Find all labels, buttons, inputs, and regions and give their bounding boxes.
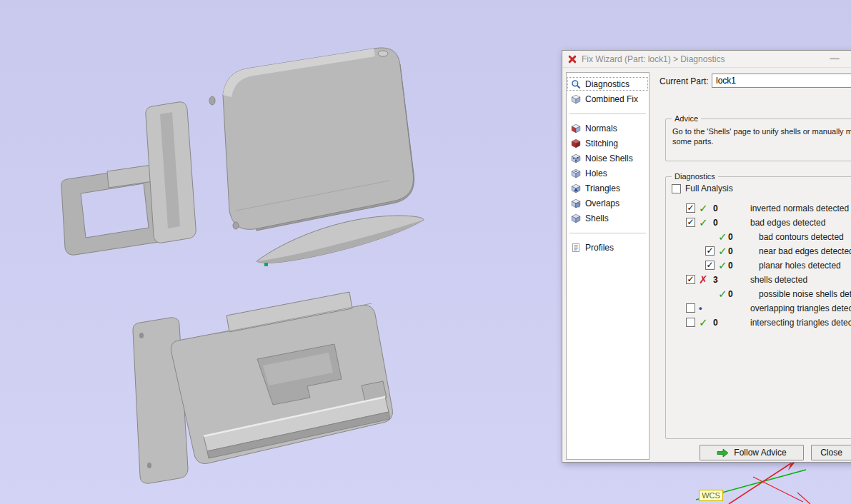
full-analysis-label: Full Analysis xyxy=(685,183,733,193)
diag-count: 3 xyxy=(713,273,718,287)
sidebar-item-label: Overlaps xyxy=(585,198,619,208)
diag-label: bad contours detected xyxy=(759,230,844,244)
status-cross-icon: ✗ xyxy=(699,273,708,287)
sidebar-separator xyxy=(569,233,646,233)
sidebar-item-label: Diagnostics xyxy=(585,79,629,89)
magnifier-icon xyxy=(571,79,582,89)
close-button[interactable]: Close xyxy=(811,445,851,460)
checkbox-planar-holes[interactable]: ✓ xyxy=(705,261,715,270)
diag-count: 0 xyxy=(728,230,733,244)
sidebar-item-label: Triangles xyxy=(585,183,620,193)
sidebar-item-normals[interactable]: Normals xyxy=(567,121,649,136)
follow-advice-label: Follow Advice xyxy=(734,448,786,458)
diag-row-near-bad-edges: ✓✓0near bad edges detected xyxy=(666,244,851,258)
sidebar-item-overlaps[interactable]: Overlaps xyxy=(567,196,649,211)
diag-count: 0 xyxy=(728,244,733,258)
sidebar-item-triangles[interactable]: Triangles xyxy=(567,181,649,196)
checkbox-full-analysis[interactable] xyxy=(672,184,681,193)
diag-label: inverted normals detected xyxy=(750,201,849,216)
diag-row-bad-edges: ✓✓0bad edges detected xyxy=(666,216,851,230)
model-part-top[interactable] xyxy=(61,48,424,263)
shells-icon xyxy=(571,213,582,223)
sidebar-item-label: Holes xyxy=(585,168,607,178)
diag-label: intersecting triangles detected xyxy=(750,316,851,330)
wcs-label: WCS xyxy=(699,490,723,501)
diag-row-shells: ✓✗3shells detected xyxy=(666,273,851,287)
fix-wizard-sidebar: DiagnosticsCombined FixNormalsStitchingN… xyxy=(566,72,650,460)
app-cross-icon xyxy=(568,55,577,64)
sidebar-item-label: Combined Fix xyxy=(585,94,638,104)
profiles-icon xyxy=(571,243,582,253)
fix-wizard-dialog: Fix Wizard (Part: lock1) > Diagnostics —… xyxy=(562,50,851,463)
sidebar-item-stitching[interactable]: Stitching xyxy=(567,136,649,151)
sidebar-item-profiles[interactable]: Profiles xyxy=(567,240,649,255)
checkbox-shells[interactable]: ✓ xyxy=(686,275,695,284)
green-arrow-icon xyxy=(717,448,729,458)
dialog-titlebar[interactable]: Fix Wizard (Part: lock1) > Diagnostics — xyxy=(562,51,851,68)
status-check-icon: ✓ xyxy=(699,201,708,216)
checkbox-bad-edges[interactable]: ✓ xyxy=(686,218,695,227)
overlaps-icon xyxy=(571,198,582,208)
sidebar-item-label: Profiles xyxy=(585,243,614,253)
sidebar-item-shells[interactable]: Shells xyxy=(567,211,649,226)
stitching-icon xyxy=(571,138,582,148)
status-check-icon: ✓ xyxy=(699,316,708,330)
advice-text-line2: some parts. xyxy=(672,137,713,146)
sidebar-item-label: Noise Shells xyxy=(585,153,633,163)
diagnostics-group-label: Diagnostics xyxy=(672,172,718,181)
diag-label: shells detected xyxy=(750,273,807,287)
advice-group: Advice Go to the 'Shells' page to unify … xyxy=(665,119,851,161)
diag-count: 0 xyxy=(713,316,718,330)
diag-label: overlapping triangles detected xyxy=(750,301,851,316)
diag-count: 0 xyxy=(713,201,718,216)
checkbox-overlapping-triangles[interactable] xyxy=(686,303,695,313)
status-check-icon: ✓ xyxy=(718,258,727,273)
triangles-icon xyxy=(571,183,582,193)
status-check-icon: ✓ xyxy=(718,287,727,301)
diag-label: possible noise shells detected xyxy=(759,287,851,301)
diag-row-planar-holes: ✓✓0planar holes detected xyxy=(666,258,851,273)
sidebar-item-combined-fix[interactable]: Combined Fix xyxy=(567,91,649,106)
checkbox-inverted-normals[interactable]: ✓ xyxy=(686,203,695,213)
current-part-label: Current Part: xyxy=(660,76,709,86)
sidebar-item-noise-shells[interactable]: Noise Shells xyxy=(567,151,649,166)
model-part-bottom[interactable] xyxy=(133,292,392,483)
close-label: Close xyxy=(820,448,842,458)
diag-label: near bad edges detected xyxy=(759,244,851,258)
status-check-icon: ✓ xyxy=(699,216,708,230)
diag-count: 0 xyxy=(728,258,733,273)
diagnostic-rows: ✓✓0inverted normals detected✓✓0bad edges… xyxy=(666,201,851,330)
sidebar-item-diagnostics[interactable]: Diagnostics xyxy=(567,76,649,91)
sidebar-separator xyxy=(569,114,646,114)
follow-advice-button[interactable]: Follow Advice xyxy=(700,445,804,460)
diag-row-overlapping-triangles: •overlapping triangles detected xyxy=(666,301,851,316)
current-part-input[interactable] xyxy=(712,74,851,88)
diag-row-inverted-normals: ✓✓0inverted normals detected xyxy=(666,201,851,216)
viewport-3d[interactable]: WCS Fix Wizard (Part: lock1) > Diagnosti… xyxy=(0,0,851,504)
selected-vertex-dot[interactable] xyxy=(264,263,268,266)
diagnostics-group: Diagnostics Full Analysis ✓✓0inverted no… xyxy=(665,176,851,439)
status-check-icon: ✓ xyxy=(718,244,727,258)
noise-shells-icon xyxy=(571,153,582,163)
sidebar-item-label: Stitching xyxy=(585,138,618,148)
dialog-title: Fix Wizard (Part: lock1) > Diagnostics xyxy=(582,54,725,64)
advice-group-label: Advice xyxy=(672,114,701,123)
status-check-icon: ✓ xyxy=(718,230,727,244)
sidebar-item-label: Shells xyxy=(585,213,609,223)
diag-count: 0 xyxy=(713,216,718,230)
diag-row-intersecting-triangles: ✓0intersecting triangles detected xyxy=(666,316,851,330)
diag-label: planar holes detected xyxy=(759,258,841,273)
diag-row-bad-contours: ✓0bad contours detected xyxy=(666,230,851,244)
minimize-button[interactable]: — xyxy=(824,51,845,66)
checkbox-intersecting-triangles[interactable] xyxy=(686,318,695,327)
holes-icon xyxy=(571,168,582,178)
diag-label: bad edges detected xyxy=(750,216,825,230)
status-dot-icon: • xyxy=(699,301,702,316)
checkbox-near-bad-edges[interactable]: ✓ xyxy=(705,246,715,256)
sidebar-item-label: Normals xyxy=(585,124,617,133)
normals-icon xyxy=(571,124,582,133)
combined-fix-icon xyxy=(571,94,582,104)
diag-count: 0 xyxy=(728,287,733,301)
advice-text-line1: Go to the 'Shells' page to unify shells … xyxy=(672,127,851,136)
sidebar-item-holes[interactable]: Holes xyxy=(567,166,649,181)
